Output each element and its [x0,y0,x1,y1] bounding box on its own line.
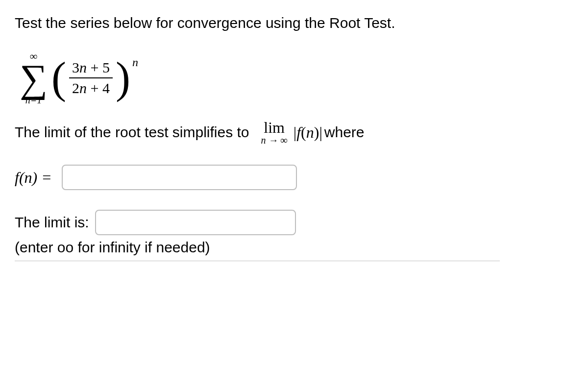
fn-f: f [296,123,301,141]
lim-label: lim [264,120,285,135]
den-var: n [79,80,87,96]
limit-input-row: The limit is: [15,210,573,235]
fn-label-open: ( [19,169,24,186]
series-exponent: n [132,56,138,69]
fn-input[interactable] [62,165,297,190]
limit-text-after: where [324,124,365,141]
num-var: n [79,59,87,75]
sigma-start: 1 [37,95,42,105]
sigma-lower-bound: n=1 [25,95,42,105]
numerator: 3n + 5 [69,59,113,77]
fn-paren-close: ) [314,123,319,141]
series-term: ( 3n + 5 2n + 4 ) n [51,59,138,97]
num-coef: 3 [72,59,79,75]
sigma-eq: = [30,95,37,105]
num-const: 5 [102,59,110,75]
lim-subscript: n → ∞ [261,135,288,145]
series-expression: ∞ ∑ n=1 ( 3n + 5 2n + 4 ) n [20,51,138,105]
sigma-icon: ∑ [20,62,48,95]
arrow-icon: → [266,135,281,146]
den-coef: 2 [72,80,79,96]
fraction: 3n + 5 2n + 4 [69,59,113,97]
denominator: 2n + 4 [69,77,113,97]
abs-bar-right: | [319,123,322,141]
sigma-block: ∞ ∑ n=1 [20,51,48,105]
fn-paren-open: ( [301,123,306,141]
fn-input-row: f(n) = [15,165,573,190]
sigma-var: n [25,95,30,105]
limit-is-label: The limit is: [15,214,89,231]
separator [15,261,500,261]
fn-label-eq: = [37,169,52,186]
limit-description: The limit of the root test simplifies to… [15,120,573,145]
question-prompt: Test the series below for convergence us… [15,15,573,31]
abs-fn-expression: |f(n)| [294,123,322,142]
input-hint: (enter oo for infinity if needed) [15,239,573,256]
den-const: 4 [102,80,110,96]
lim-var: n [261,135,266,146]
fn-label-var: n [24,169,32,186]
fn-label-f: f [15,169,19,186]
right-paren-icon: ) [116,60,130,96]
fn-var: n [306,123,314,141]
den-plus: + [87,80,102,96]
num-plus: + [87,59,102,75]
limit-text-before: The limit of the root test simplifies to [15,124,249,141]
infinity-icon: ∞ [281,135,288,146]
fn-label-close: ) [32,169,38,186]
lim-block: lim n → ∞ [261,120,288,145]
limit-input[interactable] [95,210,296,235]
left-paren-icon: ( [51,60,66,96]
fn-label: f(n) = [15,169,52,187]
